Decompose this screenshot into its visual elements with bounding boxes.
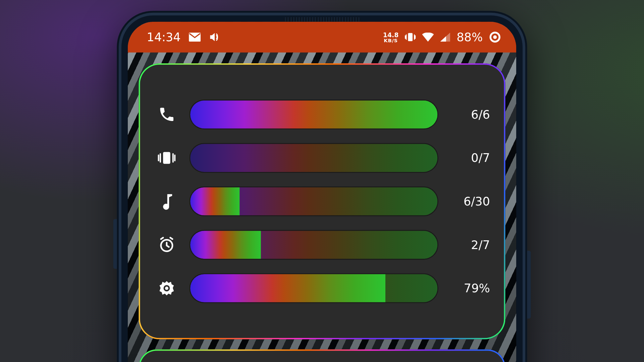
cell-signal-icon bbox=[440, 33, 450, 42]
phone-earpiece bbox=[283, 17, 361, 22]
toggle-strip bbox=[139, 349, 505, 362]
phone-icon bbox=[152, 106, 181, 123]
svg-point-3 bbox=[493, 35, 497, 39]
media-volume-slider[interactable] bbox=[189, 186, 438, 216]
vibrate-status-icon bbox=[405, 32, 416, 42]
music-note-icon bbox=[152, 193, 181, 210]
call-volume-fill bbox=[190, 101, 437, 129]
battery-percent-label: 88% bbox=[457, 30, 483, 44]
call-volume-value: 6/6 bbox=[446, 108, 492, 121]
network-speed-unit: KB/S bbox=[384, 38, 398, 43]
svg-rect-4 bbox=[163, 152, 170, 164]
call-volume-slider[interactable] bbox=[189, 100, 438, 129]
brightness-icon bbox=[152, 280, 181, 297]
alarm-volume-value: 2/7 bbox=[446, 238, 492, 252]
volume-panel: 6/6 0/7 bbox=[139, 63, 505, 340]
alarm-volume-slider[interactable] bbox=[189, 230, 438, 260]
status-bar: 14:34 14.8 KB/S bbox=[128, 22, 516, 53]
status-time: 14:34 bbox=[147, 30, 181, 44]
brightness-fill bbox=[190, 274, 385, 302]
brightness-slider[interactable] bbox=[189, 273, 438, 303]
svg-rect-1 bbox=[408, 33, 413, 41]
network-speed-indicator: 14.8 KB/S bbox=[383, 32, 399, 43]
svg-point-8 bbox=[165, 287, 168, 290]
phone-screen: 14:34 14.8 KB/S bbox=[128, 22, 516, 362]
media-volume-value: 6/30 bbox=[446, 195, 492, 208]
slider-row-alarm: 2/7 bbox=[152, 230, 492, 260]
network-speed-value: 14.8 bbox=[383, 32, 399, 38]
slider-row-media: 6/30 bbox=[152, 186, 492, 216]
media-volume-fill bbox=[190, 187, 239, 216]
slider-row-call: 6/6 bbox=[152, 100, 492, 129]
vibrate-icon bbox=[152, 150, 181, 166]
alarm-icon bbox=[152, 236, 181, 253]
gmail-icon bbox=[189, 33, 201, 42]
alarm-volume-fill bbox=[190, 231, 261, 259]
brightness-value: 79% bbox=[446, 282, 492, 295]
slider-row-ring: 0/7 bbox=[152, 143, 492, 173]
ring-volume-slider[interactable] bbox=[189, 143, 438, 173]
slider-row-brightness: 79% bbox=[152, 273, 492, 303]
phone-frame: 14:34 14.8 KB/S bbox=[117, 11, 527, 362]
ring-volume-value: 0/7 bbox=[446, 151, 492, 165]
battery-ring-icon bbox=[489, 31, 501, 43]
volume-icon bbox=[209, 32, 220, 43]
wifi-icon bbox=[422, 33, 434, 42]
